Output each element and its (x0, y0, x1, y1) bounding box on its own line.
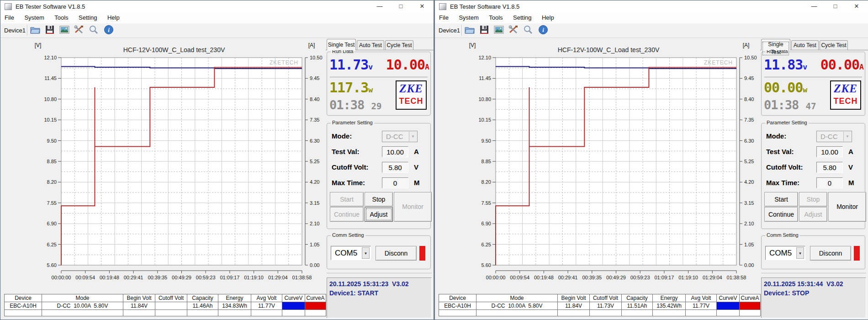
test-val-input[interactable]: 10.00 (816, 146, 843, 157)
cutoff-volt-input[interactable]: 5.80 (816, 162, 843, 173)
chevron-down-icon[interactable]: ▼ (796, 247, 804, 259)
save-icon[interactable] (479, 25, 491, 37)
open-file-icon[interactable] (464, 25, 476, 37)
stop-button[interactable]: Stop (799, 192, 827, 207)
svg-text:6.30: 6.30 (744, 138, 754, 144)
svg-text:00:09:54: 00:09:54 (75, 275, 95, 280)
svg-text:3.15: 3.15 (310, 200, 319, 206)
svg-text:0.00: 0.00 (744, 262, 754, 268)
zoom-icon[interactable] (523, 25, 535, 37)
tab-single-test[interactable]: Single Test (327, 39, 356, 50)
cutoff-volt-input[interactable]: 5.80 (382, 162, 408, 173)
test-val-unit: A (414, 148, 419, 155)
svg-text:i: i (542, 27, 544, 33)
svg-text:8.85: 8.85 (47, 159, 57, 164)
monitor-button[interactable]: Monitor (828, 192, 866, 222)
disconnect-button[interactable]: Disconn (810, 246, 851, 261)
info-icon[interactable]: i (538, 25, 550, 37)
close-button[interactable]: ✕ (847, 0, 866, 12)
disconnect-button[interactable]: Disconn (376, 246, 417, 261)
device-label: Device1 (4, 27, 26, 34)
zketech-logo: ZKE TECH (830, 80, 861, 110)
adjust-button[interactable]: Adjust (799, 207, 827, 222)
tab-cycle-test[interactable]: Cycle Test (385, 40, 413, 50)
run-data-group: Run Data 11.83v 00.00A 00.00w 01:38 47 Z… (761, 52, 865, 116)
comm-setting-label: Comm Setting (331, 232, 365, 238)
com-port-select[interactable]: COM5▼ (765, 246, 805, 260)
picture-export-icon[interactable] (493, 25, 505, 37)
zoom-icon[interactable] (88, 25, 100, 37)
svg-text:00:39:35: 00:39:35 (148, 275, 167, 280)
connection-status-bar (419, 246, 425, 261)
svg-text:00:59:23: 00:59:23 (630, 275, 650, 280)
close-button[interactable]: ✕ (413, 0, 432, 12)
menu-help[interactable]: Help (103, 12, 124, 23)
open-file-icon[interactable] (30, 25, 42, 37)
menu-setting[interactable]: Setting (74, 12, 101, 23)
save-icon[interactable] (44, 25, 56, 37)
chevron-down-icon[interactable]: ▼ (409, 132, 417, 141)
maximize-button[interactable]: □ (826, 0, 845, 12)
menu-system[interactable]: System (20, 12, 48, 23)
continue-button[interactable]: Continue (764, 207, 798, 222)
table-empty-row (439, 310, 761, 316)
svg-text:00:09:54: 00:09:54 (510, 275, 529, 280)
menu-file[interactable]: File (0, 12, 18, 23)
picture-export-icon[interactable] (59, 25, 71, 37)
chevron-down-icon[interactable]: ▼ (843, 132, 851, 141)
svg-text:8.40: 8.40 (744, 96, 754, 102)
tab-auto-test[interactable]: Auto Test (357, 40, 384, 50)
info-icon[interactable]: i (104, 25, 116, 37)
menu-help[interactable]: Help (538, 12, 558, 23)
svg-text:7.55: 7.55 (47, 200, 57, 206)
menu-setting[interactable]: Setting (509, 12, 535, 23)
col-avg-volt: Avg Volt (251, 294, 282, 302)
col-curve-a: CurveA (305, 294, 326, 302)
tools-icon[interactable] (74, 25, 85, 37)
window-title: EB Tester Software V1.8.5 (16, 3, 85, 10)
svg-text:11.45: 11.45 (479, 75, 491, 81)
menu-file[interactable]: File (435, 12, 453, 23)
col-mode: Mode (476, 294, 558, 302)
svg-text:6.25: 6.25 (482, 242, 491, 247)
minimize-button[interactable]: — (804, 0, 824, 12)
max-time-input[interactable]: 0 (816, 177, 843, 188)
app-icon (439, 3, 446, 10)
start-button[interactable]: Start (330, 192, 364, 207)
maximize-button[interactable]: □ (392, 0, 411, 12)
menu-tools[interactable]: Tools (50, 12, 72, 23)
logo-zke: ZKE (831, 81, 860, 96)
svg-text:10.15: 10.15 (478, 117, 491, 123)
tools-icon[interactable] (508, 25, 520, 37)
minimize-button[interactable]: — (370, 0, 389, 12)
start-button[interactable]: Start (764, 192, 798, 207)
col-begin-volt: Begin Volt (123, 294, 155, 302)
tab-cycle-test[interactable]: Cycle Test (820, 40, 848, 50)
col-device: Device (5, 294, 42, 302)
continue-button[interactable]: Continue (330, 207, 364, 222)
monitor-button[interactable]: Monitor (394, 192, 432, 222)
com-port-select[interactable]: COM5▼ (331, 246, 371, 260)
stop-button[interactable]: Stop (365, 192, 393, 207)
mode-select[interactable]: D-CC▼ (816, 131, 852, 142)
mode-select[interactable]: D-CC▼ (382, 131, 418, 142)
svg-text:00:29:41: 00:29:41 (124, 275, 143, 280)
svg-text:1.05: 1.05 (744, 242, 754, 247)
status-log: 20.11.2025 15:31:23 V3.02 Device1: START (327, 277, 432, 318)
toolbar: Device1 i (0, 23, 434, 38)
test-val-input[interactable]: 10.00 (382, 146, 408, 157)
app-window-left: EB Tester Software V1.8.5 — □ ✕ File Sys… (0, 0, 434, 320)
status-log: 20.11.2025 15:31:44 V3.02 Device1: STOP (761, 277, 866, 318)
max-time-unit: M (414, 179, 420, 187)
menu-tools[interactable]: Tools (485, 12, 507, 23)
tab-single-test[interactable]: Single Test (761, 39, 790, 50)
elapsed-time-display: 01:38 47 (764, 98, 816, 112)
max-time-input[interactable]: 0 (382, 177, 408, 188)
tab-auto-test[interactable]: Auto Test (791, 40, 819, 50)
menu-system[interactable]: System (455, 12, 482, 23)
parameter-setting-group: Parameter Setting Mode: D-CC▼ Test Val: … (327, 123, 431, 229)
menubar: File System Tools Setting Help (0, 12, 434, 23)
chevron-down-icon[interactable]: ▼ (362, 247, 370, 259)
svg-text:6.90: 6.90 (482, 221, 491, 226)
adjust-button[interactable]: Adjust (365, 207, 393, 222)
